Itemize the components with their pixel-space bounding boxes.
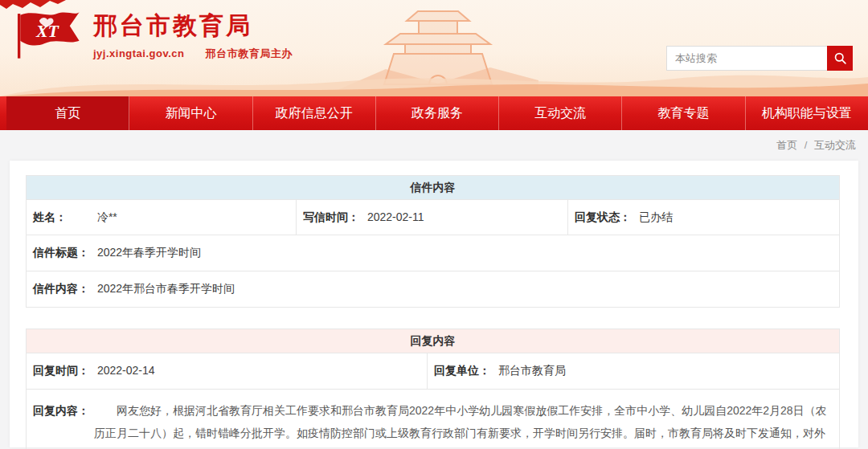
subject-label: 信件标题： [33, 246, 94, 260]
nav-item-home[interactable]: 首页 [6, 96, 129, 130]
name-value: 冷** [97, 210, 117, 223]
breadcrumb-current-link[interactable]: 互动交流 [814, 139, 856, 151]
name-label: 姓名： [33, 210, 94, 225]
breadcrumb-home-link[interactable]: 首页 [776, 139, 797, 151]
magnifier-icon [833, 51, 847, 65]
breadcrumb-strip: 首页 / 互动交流 [0, 130, 868, 161]
site-subtitle: jyj.xingtai.gov.cn 邢台市教育局主办 [93, 47, 293, 61]
reply-status-label: 回复状态： [575, 210, 636, 225]
nav-item-edu-topics[interactable]: 教育专题 [622, 96, 745, 130]
reply-content-value: 网友您好，根据河北省教育厅相关工作要求和邢台市教育局2022年中小学幼儿园寒假放… [94, 399, 828, 449]
site-host-note: 邢台市教育局主办 [206, 47, 293, 59]
reply-content-label: 回复内容： [33, 399, 94, 422]
reply-time-label: 回复时间： [33, 364, 94, 378]
table-row: 信件内容： 2022年邢台市春季开学时间 [27, 271, 840, 308]
site-banner: XT 邢台市教育局 jyj.xingtai.gov.cn 邢台市教育局主办 [0, 0, 868, 96]
letter-table-header: 信件内容 [27, 176, 840, 200]
table-row: 姓名： 冷** 写信时间： 2022-02-11 回复状态： 已办结 [27, 200, 840, 235]
main-nav: 首页 新闻中心 政府信息公开 政务服务 互动交流 教育专题 机构职能与设置 [0, 96, 868, 130]
reply-unit-value: 邢台市教育局 [498, 364, 566, 377]
table-row: 回复内容： 网友您好，根据河北省教育厅相关工作要求和邢台市教育局2022年中小学… [27, 390, 840, 449]
letter-content-value: 2022年邢台市春季开学时间 [97, 282, 235, 295]
letter-table: 信件内容 姓名： 冷** 写信时间： 2022-02-11 回复状态： 已办结 … [26, 175, 840, 308]
site-title: 邢台市教育局 [93, 10, 293, 43]
nav-item-org[interactable]: 机构职能与设置 [746, 96, 868, 130]
search-input[interactable] [666, 46, 827, 71]
reply-table-header: 回复内容 [27, 329, 840, 353]
site-search [666, 46, 853, 71]
search-button[interactable] [827, 46, 853, 71]
letter-content-label: 信件内容： [33, 282, 94, 296]
nav-item-services[interactable]: 政务服务 [376, 96, 499, 130]
breadcrumb-separator: / [805, 139, 808, 151]
subject-value: 2022年春季开学时间 [97, 246, 201, 259]
breadcrumb: 首页 / 互动交流 [776, 138, 856, 153]
write-time-label: 写信时间： [303, 210, 364, 225]
reply-time-value: 2022-02-14 [97, 364, 155, 377]
nav-item-interaction[interactable]: 互动交流 [499, 96, 622, 130]
reply-unit-label: 回复单位： [434, 364, 495, 378]
content-panel: 信件内容 姓名： 冷** 写信时间： 2022-02-11 回复状态： 已办结 … [10, 161, 858, 447]
table-row: 回复时间： 2022-02-14 回复单位： 邢台市教育局 [27, 353, 840, 390]
nav-item-gov-info[interactable]: 政府信息公开 [253, 96, 376, 130]
write-time-value: 2022-02-11 [367, 210, 424, 223]
site-logo-block: XT 邢台市教育局 jyj.xingtai.gov.cn 邢台市教育局主办 [13, 10, 293, 61]
nav-item-news[interactable]: 新闻中心 [129, 96, 252, 130]
table-row: 信件标题： 2022年春季开学时间 [27, 235, 840, 271]
site-url: jyj.xingtai.gov.cn [93, 47, 185, 59]
papercut-mountain-decor-icon [0, 0, 72, 10]
xt-flag-logo-icon: XT [13, 10, 82, 61]
reply-status-value: 已办结 [639, 210, 673, 223]
reply-table: 回复内容 回复时间： 2022-02-14 回复单位： 邢台市教育局 回复内容：… [26, 329, 840, 449]
